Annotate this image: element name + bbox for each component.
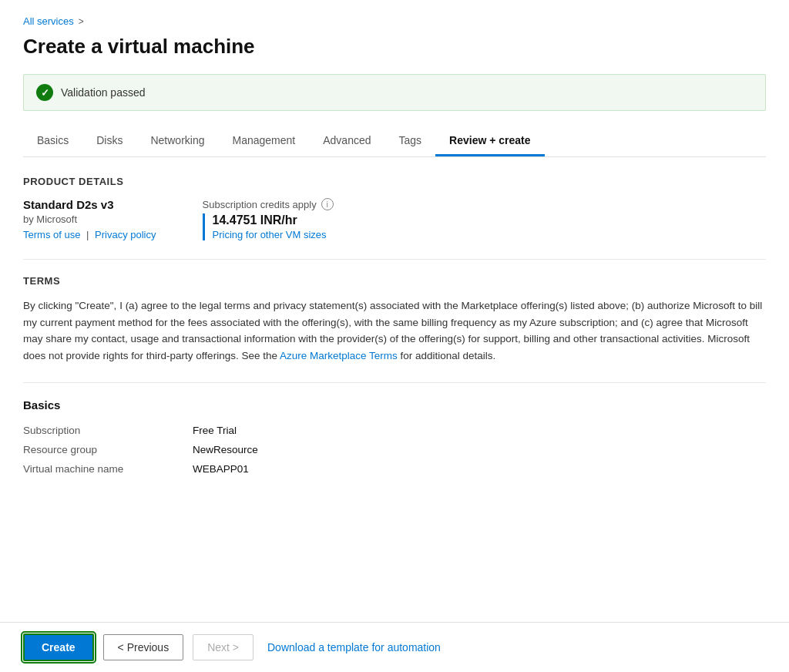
tab-tags[interactable]: Tags (385, 126, 436, 156)
vm-name-label: Virtual machine name (23, 463, 193, 475)
breadcrumb: All services > (23, 15, 766, 27)
terms-title: TERMS (23, 275, 766, 287)
next-button[interactable]: Next > (193, 634, 253, 660)
resource-group-value: NewResource (193, 444, 258, 455)
page-title: Create a virtual machine (23, 35, 766, 59)
tabs-bar: Basics Disks Networking Management Advan… (23, 126, 766, 157)
terms-text: By clicking "Create", I (a) agree to the… (23, 297, 763, 364)
azure-marketplace-terms-link[interactable]: Azure Marketplace Terms (280, 350, 398, 361)
price-value: 14.4751 INR/hr (213, 213, 334, 227)
pricing-link[interactable]: Pricing for other VM sizes (213, 229, 334, 240)
tab-management[interactable]: Management (219, 126, 310, 156)
tab-basics[interactable]: Basics (23, 126, 82, 156)
create-button[interactable]: Create (23, 633, 94, 661)
validation-passed-icon (36, 84, 53, 101)
product-details-grid: Standard D2s v3 by Microsoft Terms of us… (23, 198, 766, 240)
validation-text: Validation passed (61, 86, 145, 99)
divider-1 (23, 259, 766, 260)
previous-button[interactable]: < Previous (103, 634, 184, 660)
validation-banner: Validation passed (23, 74, 766, 111)
table-row: Resource group NewResource (23, 440, 766, 459)
breadcrumb-link[interactable]: All services (23, 15, 74, 27)
terms-section: TERMS By clicking "Create", I (a) agree … (23, 275, 766, 364)
basics-summary-title: Basics (23, 398, 766, 412)
product-details-section: PRODUCT DETAILS Standard D2s v3 by Micro… (23, 176, 766, 240)
price-block: 14.4751 INR/hr Pricing for other VM size… (203, 213, 334, 240)
product-links: Terms of use | Privacy policy (23, 229, 156, 240)
product-right: Subscription credits apply i 14.4751 INR… (203, 198, 334, 240)
divider-2 (23, 382, 766, 383)
tab-disks[interactable]: Disks (82, 126, 136, 156)
privacy-policy-link[interactable]: Privacy policy (95, 229, 156, 240)
table-row: Virtual machine name WEBAPP01 (23, 459, 766, 479)
product-left: Standard D2s v3 by Microsoft Terms of us… (23, 198, 156, 240)
product-vendor: by Microsoft (23, 213, 156, 225)
download-template-link[interactable]: Download a template for automation (267, 641, 441, 654)
breadcrumb-separator: > (79, 16, 84, 27)
subscription-value: Free Trial (193, 425, 237, 436)
subscription-label: Subscription (23, 425, 193, 436)
tab-advanced[interactable]: Advanced (309, 126, 384, 156)
resource-group-label: Resource group (23, 444, 193, 455)
product-details-title: PRODUCT DETAILS (23, 176, 766, 187)
link-divider: | (83, 229, 92, 240)
info-icon[interactable]: i (321, 198, 334, 210)
bottom-bar: Create < Previous Next > Download a temp… (0, 622, 789, 672)
subscription-credits: Subscription credits apply i (203, 198, 334, 210)
subscription-credits-label: Subscription credits apply (203, 199, 317, 210)
tab-review-create[interactable]: Review + create (435, 126, 544, 156)
terms-text-after: for additional details. (398, 350, 496, 361)
table-row: Subscription Free Trial (23, 421, 766, 440)
basics-summary-section: Basics Subscription Free Trial Resource … (23, 398, 766, 479)
vm-name-value: WEBAPP01 (193, 463, 249, 475)
product-name: Standard D2s v3 (23, 198, 156, 211)
tab-networking[interactable]: Networking (136, 126, 218, 156)
terms-of-use-link[interactable]: Terms of use (23, 229, 80, 240)
